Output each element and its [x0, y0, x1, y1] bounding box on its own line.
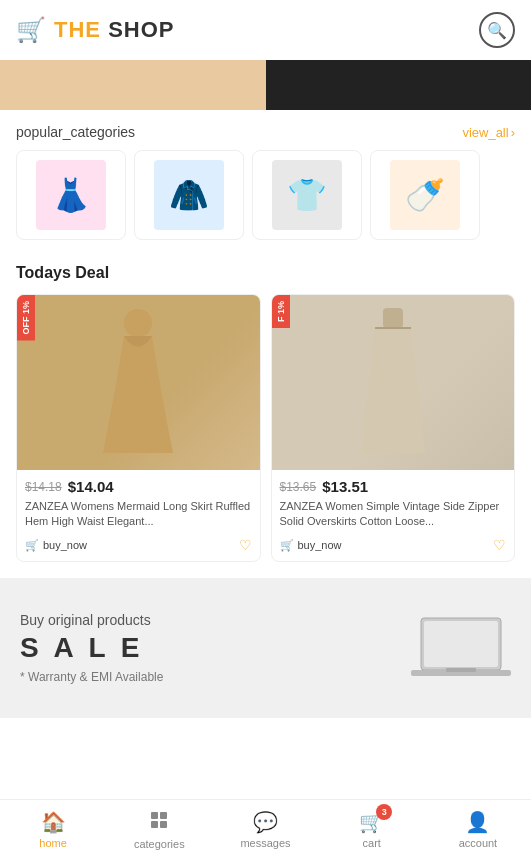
- category-image-jersey: 👕: [272, 160, 342, 230]
- deal-desc-2: ZANZEA Women Simple Vintage Side Zipper …: [280, 499, 507, 529]
- svg-rect-8: [160, 812, 167, 819]
- category-card-jersey[interactable]: 👕: [252, 150, 362, 240]
- deal-actions-2: 🛒 buy_now ♡: [280, 537, 507, 553]
- nav-label-messages: messages: [240, 837, 290, 849]
- hero-right: [266, 60, 532, 110]
- nav-label-account: account: [459, 837, 498, 849]
- old-price-1: $14.18: [25, 480, 62, 494]
- category-image-baby: 🍼: [390, 160, 460, 230]
- nav-item-home[interactable]: 🏠 home: [0, 800, 106, 859]
- category-image-hoodie: 🧥: [154, 160, 224, 230]
- svg-rect-1: [383, 308, 403, 328]
- cart-badge: 3: [376, 804, 392, 820]
- cart-nav-icon: 🛒 3: [359, 810, 384, 834]
- svg-rect-4: [424, 621, 498, 667]
- category-image-dress: 👗: [36, 160, 106, 230]
- cart-small-icon-2: 🛒: [280, 539, 294, 552]
- header: 🛒 THE SHOP 🔍: [0, 0, 531, 60]
- svg-rect-6: [446, 668, 476, 672]
- svg-rect-7: [151, 812, 158, 819]
- categories-row: 👗 🧥 👕 🍼: [0, 150, 531, 256]
- promo-banner: Buy original products S A L E * Warranty…: [0, 578, 531, 718]
- account-icon: 👤: [465, 810, 490, 834]
- view-all-label: view_all: [462, 125, 508, 140]
- logo: 🛒 THE SHOP: [16, 16, 174, 44]
- nav-label-cart: cart: [363, 837, 381, 849]
- logo-shop: SHOP: [108, 17, 174, 42]
- nav-label-categories: categories: [134, 838, 185, 850]
- search-icon: 🔍: [487, 21, 507, 40]
- deals-row: OFF 1% $14.18 $14.04 ZANZEA Womens Merma…: [0, 294, 531, 578]
- new-price-1: $14.04: [68, 478, 114, 495]
- price-row-1: $14.18 $14.04: [25, 478, 252, 495]
- nav-item-messages[interactable]: 💬 messages: [212, 800, 318, 859]
- nav-label-home: home: [39, 837, 67, 849]
- deal-image-1: OFF 1%: [17, 295, 260, 470]
- home-icon: 🏠: [41, 810, 66, 834]
- promo-line1: Buy original products: [20, 612, 411, 628]
- svg-point-0: [124, 309, 152, 337]
- search-button[interactable]: 🔍: [479, 12, 515, 48]
- deal-desc-1: ZANZEA Womens Mermaid Long Skirt Ruffled…: [25, 499, 252, 529]
- deal-badge-1: OFF 1%: [17, 295, 35, 341]
- bottom-nav: 🏠 home categories 💬 messages 🛒 3 cart 👤 …: [0, 799, 531, 859]
- category-card-hoodie[interactable]: 🧥: [134, 150, 244, 240]
- laptop-icon: [411, 613, 511, 688]
- logo-the: THE: [54, 17, 101, 42]
- category-card-dress[interactable]: 👗: [16, 150, 126, 240]
- deal-actions-1: 🛒 buy_now ♡: [25, 537, 252, 553]
- promo-text: Buy original products S A L E * Warranty…: [20, 612, 411, 684]
- popular-categories-title: popular_categories: [16, 124, 135, 140]
- todays-deal-title: Todays Deal: [0, 256, 531, 294]
- svg-rect-10: [160, 821, 167, 828]
- cart-icon: 🛒: [16, 16, 46, 44]
- wishlist-button-1[interactable]: ♡: [239, 537, 252, 553]
- deal-badge-2: F 1%: [272, 295, 290, 328]
- buy-now-label-1: buy_now: [43, 539, 87, 551]
- cart-small-icon-1: 🛒: [25, 539, 39, 552]
- categories-section-header: popular_categories view_all ›: [0, 110, 531, 150]
- deal-image-2: F 1%: [272, 295, 515, 470]
- nav-item-categories[interactable]: categories: [106, 800, 212, 859]
- view-all-link[interactable]: view_all ›: [462, 125, 515, 140]
- hero-banner: [0, 60, 531, 110]
- deal-info-1: $14.18 $14.04 ZANZEA Womens Mermaid Long…: [17, 470, 260, 561]
- logo-text: THE SHOP: [54, 17, 174, 43]
- buy-now-button-1[interactable]: 🛒 buy_now: [25, 539, 87, 552]
- deal-info-2: $13.65 $13.51 ZANZEA Women Simple Vintag…: [272, 470, 515, 561]
- hero-left: [0, 60, 266, 110]
- promo-warranty: * Warranty & EMI Available: [20, 670, 411, 684]
- nav-item-account[interactable]: 👤 account: [425, 800, 531, 859]
- buy-now-label-2: buy_now: [298, 539, 342, 551]
- old-price-2: $13.65: [280, 480, 317, 494]
- page-bottom-spacer: [0, 718, 531, 788]
- wishlist-button-2[interactable]: ♡: [493, 537, 506, 553]
- new-price-2: $13.51: [322, 478, 368, 495]
- promo-laptop-image: [411, 608, 511, 688]
- category-card-baby[interactable]: 🍼: [370, 150, 480, 240]
- deal-card-2: F 1% $13.65 $13.51 ZANZEA Women Simple V…: [271, 294, 516, 562]
- price-row-2: $13.65 $13.51: [280, 478, 507, 495]
- messages-icon: 💬: [253, 810, 278, 834]
- deal-product-image-1: [17, 295, 260, 470]
- promo-sale-text: S A L E: [20, 632, 411, 664]
- buy-now-button-2[interactable]: 🛒 buy_now: [280, 539, 342, 552]
- chevron-right-icon: ›: [511, 125, 515, 140]
- categories-icon: [149, 810, 169, 835]
- deal-product-image-2: [272, 295, 515, 470]
- svg-rect-9: [151, 821, 158, 828]
- deal-card-1: OFF 1% $14.18 $14.04 ZANZEA Womens Merma…: [16, 294, 261, 562]
- nav-item-cart[interactable]: 🛒 3 cart: [319, 800, 425, 859]
